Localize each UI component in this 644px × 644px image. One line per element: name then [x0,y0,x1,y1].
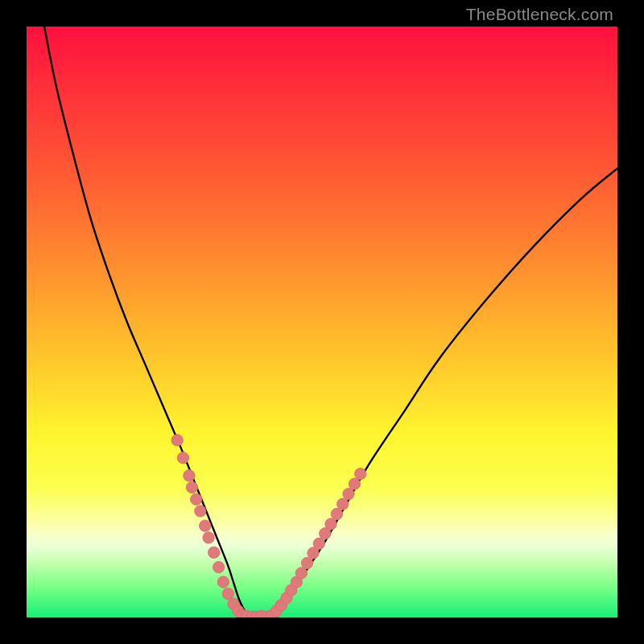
data-marker [246,611,258,617]
data-marker [266,610,277,617]
data-marker [222,588,233,599]
data-marker [281,592,292,604]
data-marker [308,547,319,559]
data-marker [200,520,211,531]
data-marker [313,538,324,549]
watermark-text: TheBottleneck.com [466,5,613,24]
data-marker [295,568,307,579]
data-marker [237,609,248,617]
bottleneck-curve-path [44,27,617,617]
chart-stage: TheBottleneck.com [0,0,644,644]
data-marker [186,481,197,493]
data-marker [270,605,282,617]
plot-area [27,27,617,617]
data-marker [286,584,297,596]
data-marker [184,470,195,481]
data-marker [355,468,366,479]
data-marker [325,518,336,530]
data-marker [349,478,360,489]
data-marker [217,576,229,588]
curve-layer [27,27,617,617]
data-marker [331,508,342,519]
data-marker [242,610,253,617]
data-marker [171,435,183,446]
data-marker [203,532,214,543]
data-marker [343,488,354,499]
data-marker [256,610,267,617]
data-marker [320,528,331,539]
data-marker [177,452,188,464]
data-marker [213,561,224,572]
data-marker [251,611,262,617]
data-marker [301,557,312,568]
data-marker [337,498,349,510]
data-marker [208,547,220,558]
marker-layer [171,435,366,617]
data-marker [275,599,287,610]
data-marker [228,598,239,609]
data-marker [195,506,206,517]
data-marker [233,605,244,617]
data-marker [191,493,202,505]
data-marker [262,611,273,617]
data-marker [291,576,302,588]
